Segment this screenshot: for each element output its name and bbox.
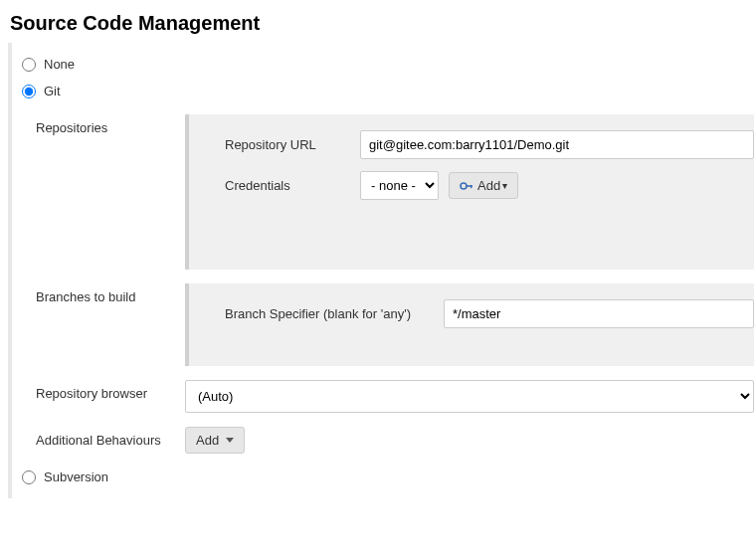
radio-none-label: None [44, 57, 75, 72]
scm-option-none[interactable]: None [12, 51, 754, 78]
repository-url-label: Repository URL [225, 137, 360, 152]
radio-subversion[interactable] [22, 470, 36, 484]
svg-rect-2 [471, 185, 471, 188]
branches-box: Branch Specifier (blank for 'any') [185, 283, 754, 366]
add-behaviour-button[interactable]: Add [185, 427, 245, 454]
branches-row: Branches to build Branch Specifier (blan… [36, 283, 754, 366]
radio-subversion-label: Subversion [44, 469, 108, 484]
caret-down-icon [226, 438, 234, 443]
branch-specifier-label: Branch Specifier (blank for 'any') [225, 306, 444, 321]
radio-git[interactable] [22, 85, 36, 98]
repo-browser-row: Repository browser (Auto) [36, 380, 754, 413]
repo-browser-label: Repository browser [36, 380, 185, 401]
key-icon [460, 181, 473, 191]
credentials-label: Credentials [225, 178, 360, 193]
svg-point-0 [461, 183, 467, 189]
page-title: Source Code Management [0, 0, 754, 43]
additional-behaviours-label: Additional Behaviours [36, 427, 185, 448]
scm-option-subversion[interactable]: Subversion [12, 464, 754, 490]
add-credentials-button[interactable]: Add▾ [449, 172, 518, 199]
dropdown-arrow-icon: ▾ [502, 180, 507, 191]
branches-label: Branches to build [36, 283, 185, 304]
repository-url-input[interactable] [360, 130, 754, 159]
radio-git-label: Git [44, 84, 61, 98]
repo-browser-select[interactable]: (Auto) [185, 380, 754, 413]
branch-specifier-input[interactable] [444, 299, 754, 328]
scm-option-git[interactable]: Git [12, 78, 754, 104]
add-credentials-label: Add [477, 178, 500, 193]
credentials-select[interactable]: - none - [360, 171, 439, 200]
add-behaviour-label: Add [196, 433, 219, 448]
repositories-box: Repository URL Credentials - none - [185, 114, 754, 270]
scm-section: None Git Repositories Repository URL Cre… [8, 43, 754, 498]
additional-behaviours-row: Additional Behaviours Add [36, 427, 754, 454]
repositories-label: Repositories [36, 114, 185, 135]
repositories-row: Repositories Repository URL Credentials … [36, 114, 754, 270]
radio-none[interactable] [22, 58, 36, 72]
git-config: Repositories Repository URL Credentials … [12, 104, 754, 464]
